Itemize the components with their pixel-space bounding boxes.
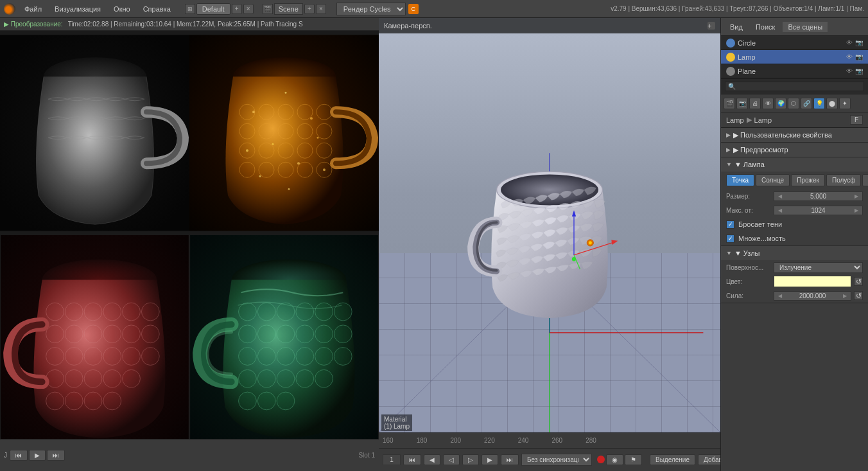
menu-render[interactable]: Визуализация	[51, 4, 105, 14]
user-props-label: ▶ Пользовательские свойства	[733, 131, 832, 139]
tab-search[interactable]: Поиск	[751, 22, 780, 32]
lamp-section-header[interactable]: ▼ ▼ Лампа	[721, 157, 868, 172]
nodes-header[interactable]: ▼ ▼ Узлы	[721, 246, 868, 260]
svg-point-80	[296, 347, 314, 365]
svg-point-4	[252, 111, 255, 113]
scene-tree: Circle 👁 📷 Lamp 👁 📷 Plane 👁	[721, 36, 868, 79]
lamp-render-icon[interactable]: 📷	[855, 53, 863, 60]
render-prev-btn[interactable]: ⏮	[10, 450, 28, 461]
select-btn[interactable]: Выделение	[650, 454, 695, 465]
render-controls: ⏮ ▶ ⏭	[10, 450, 65, 461]
strength-arrow-right[interactable]: ▶	[842, 293, 848, 299]
material-props-btn[interactable]: ⬤	[826, 98, 838, 109]
skip-start-btn[interactable]: ⏮	[403, 454, 421, 465]
lamp-type-point[interactable]: Точка	[726, 174, 754, 186]
plane-restrict-icon[interactable]: 👁	[846, 67, 853, 75]
surface-select[interactable]: Излучение	[774, 262, 863, 273]
nodes-label: ▼ Узлы	[734, 249, 760, 257]
constraint-props-btn[interactable]: 🔗	[801, 98, 812, 109]
marker-btn[interactable]: ⚑	[625, 454, 642, 465]
cast-shadows-label: Бросает тени	[738, 220, 782, 228]
add-scene-btn[interactable]: +	[304, 4, 315, 14]
menu-file[interactable]: Файл	[21, 4, 46, 14]
strength-arrow-left[interactable]: ◀	[777, 293, 783, 299]
max-bounces-arrow-right[interactable]: ▶	[853, 208, 860, 213]
mug-3d-model	[464, 93, 635, 393]
color-swatch[interactable]	[774, 276, 851, 287]
object-props-btn[interactable]: ⬡	[788, 98, 799, 109]
close-scene-btn[interactable]: ×	[316, 4, 326, 14]
svg-point-60	[65, 392, 83, 410]
nodes-arrow: ▼	[726, 250, 732, 256]
circle-restrict-icon[interactable]: 👁	[846, 39, 853, 46]
lamp-type-hemi[interactable]: Полусф	[826, 174, 861, 186]
prev-frame-btn[interactable]: ◀	[424, 454, 440, 465]
strength-field[interactable]: ◀ 2000.000 ▶	[774, 291, 851, 301]
render-props-btn[interactable]: 📷	[736, 98, 748, 109]
next-frame-btn[interactable]: ▶	[482, 454, 498, 465]
lamp-type-spot[interactable]: Прожек	[791, 174, 825, 186]
cast-shadows-checkbox[interactable]	[726, 220, 734, 229]
svg-point-40	[123, 303, 141, 321]
viewport-options-btn[interactable]: +	[707, 22, 715, 30]
workspace-default-btn[interactable]: Default	[196, 3, 230, 15]
reverse-play-btn[interactable]: ◁	[443, 454, 460, 465]
circle-render-icon[interactable]: 📷	[855, 39, 863, 46]
world-props-btn[interactable]: 🌍	[775, 98, 786, 109]
tab-all-scenes[interactable]: Все сцены	[783, 22, 828, 32]
keying-btn[interactable]: ◉	[606, 454, 623, 465]
lamp-type-sun[interactable]: Солнце	[756, 174, 790, 186]
render-play-btn[interactable]: ▶	[29, 450, 46, 461]
user-props-header[interactable]: ▶ ▶ Пользовательские свойства	[721, 128, 868, 142]
menu-help[interactable]: Справка	[139, 4, 175, 14]
size-field[interactable]: ◀ 5.000 ▶	[774, 191, 863, 201]
sync-selector[interactable]: Без синхронизации	[521, 454, 592, 466]
record-btn[interactable]	[597, 456, 605, 463]
svg-point-65	[239, 303, 257, 321]
scene-selector[interactable]: Scene	[274, 3, 303, 15]
frame-number-input[interactable]	[383, 454, 401, 465]
data-props-btn[interactable]: 💡	[813, 98, 825, 109]
strength-reset-btn[interactable]: ↺	[854, 291, 863, 300]
render-engine-select[interactable]: Рендер Cycles	[336, 3, 406, 15]
f-button[interactable]: F	[850, 115, 863, 125]
workspace-icon-btn[interactable]: ⊞	[185, 4, 195, 14]
color-reset-btn[interactable]: ↺	[854, 277, 863, 286]
add-btn[interactable]: Добавить	[698, 454, 720, 465]
output-props-btn[interactable]: 🖨	[749, 98, 761, 109]
svg-point-39	[103, 303, 121, 321]
breadcrumb-f-btn[interactable]: F	[850, 115, 863, 125]
lamp-restrict-icon[interactable]: 👁	[846, 53, 853, 60]
render-next-btn[interactable]: ⏭	[47, 450, 65, 461]
scene-props-btn[interactable]: 🎬	[724, 98, 735, 109]
top-bar: Файл Визуализация Окно Справка ⊞ Default…	[0, 0, 868, 18]
size-arrow-left[interactable]: ◀	[777, 193, 783, 199]
size-arrow-right[interactable]: ▶	[853, 193, 860, 199]
max-bounces-field[interactable]: ◀ 1024 ▶	[774, 206, 863, 215]
scene-background	[379, 33, 720, 432]
view-props-btn[interactable]: 👁	[762, 98, 774, 109]
tab-view[interactable]: Вид	[725, 22, 748, 32]
lamp-type-area[interactable]: Область	[862, 174, 868, 186]
search-input[interactable]	[725, 82, 864, 91]
tree-item-circle[interactable]: Circle 👁 📷	[721, 36, 868, 50]
add-workspace-btn[interactable]: +	[232, 4, 242, 14]
tree-item-plane[interactable]: Plane 👁 📷	[721, 64, 868, 78]
strength-row: Сила: ◀ 2000.000 ▶ ↺	[721, 289, 868, 303]
skip-end-btn[interactable]: ⏭	[501, 454, 519, 465]
max-bounces-arrow-left[interactable]: ◀	[777, 208, 783, 213]
multiple-importance-checkbox[interactable]	[726, 235, 734, 243]
particles-props-btn[interactable]: ✦	[839, 98, 851, 109]
svg-point-69	[315, 303, 333, 321]
play-btn[interactable]: ▷	[462, 454, 479, 465]
close-workspace-btn[interactable]: ×	[243, 4, 254, 14]
nodes-section: ▼ ▼ Узлы Поверхнос... Излучение Цвет: ↺	[721, 246, 868, 303]
tree-item-lamp[interactable]: Lamp 👁 📷	[721, 50, 868, 64]
viewport-3d[interactable]: Камера-персп. +	[379, 18, 720, 471]
menu-window[interactable]: Окно	[110, 4, 134, 14]
ruler-tick-260: 260	[551, 437, 562, 444]
preview-header[interactable]: ▶ ▶ Предпросмотр	[721, 143, 868, 157]
tree-item-plane-label: Plane	[738, 67, 756, 75]
svg-point-44	[84, 324, 102, 342]
plane-render-icon[interactable]: 📷	[855, 67, 863, 75]
